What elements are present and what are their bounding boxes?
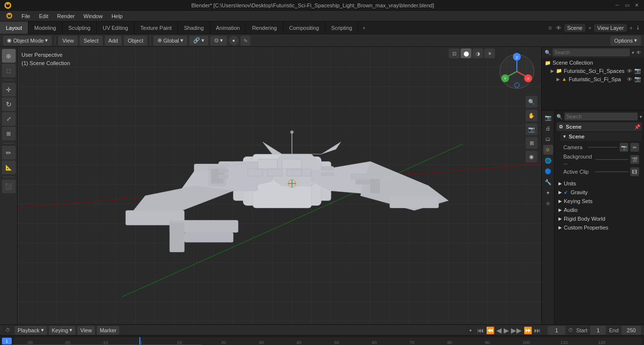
viewlayer-name[interactable]: View Layer — [594, 24, 626, 32]
keying-sets-section[interactable]: ▶ Keying Sets — [556, 197, 642, 206]
mode-select[interactable]: ◉ Object Mode ▾ — [3, 36, 52, 46]
timeline-playhead[interactable] — [139, 337, 140, 345]
step-forward-button[interactable]: ▶▶ — [511, 326, 522, 334]
menu-help[interactable]: Help — [108, 12, 127, 20]
outliner-scene-collection[interactable]: 📁 Scene Collection — [542, 59, 644, 67]
transform-select[interactable]: ⊕ Global ▾ — [154, 36, 187, 46]
move-tool-button[interactable]: ✛ — [2, 83, 16, 96]
active-clip-value[interactable] — [595, 171, 629, 172]
zoom-icon[interactable]: 🔍 — [526, 96, 537, 108]
camera-icon[interactable]: 📷 — [526, 123, 537, 135]
scene-name[interactable]: Scene — [564, 24, 585, 32]
outliner-eye-icon[interactable]: 👁 — [636, 50, 641, 55]
timeline-icon[interactable]: ⏱ — [3, 325, 13, 335]
tab-animation[interactable]: Animation — [210, 22, 246, 34]
tab-rendering[interactable]: Rendering — [246, 22, 283, 34]
camera-edit-icon[interactable]: ✏ — [630, 143, 639, 152]
prev-keyframe-button[interactable]: ⏪ — [486, 326, 494, 334]
scale-tool-button[interactable]: ⤢ — [2, 112, 16, 126]
add-workspace-button[interactable]: + — [358, 22, 369, 34]
properties-filter-chevron[interactable]: ▾ — [640, 114, 642, 119]
tab-layout[interactable]: Layout — [0, 22, 28, 34]
camera-picker-icon[interactable]: 📷 — [620, 143, 628, 152]
timeline-track[interactable]: 1 -30 -20 -10 0 10 20 30 40 50 60 70 80 … — [0, 336, 644, 345]
render-visibility-1[interactable]: 📷 — [634, 68, 641, 74]
gravity-section[interactable]: ▶ ✔ Gravity — [556, 188, 642, 197]
tab-shading[interactable]: Shading — [178, 22, 210, 34]
modifier-properties-icon[interactable]: 🔧 — [543, 177, 553, 187]
proportional-edit[interactable]: ⊙ ▾ — [210, 36, 227, 46]
render-properties-icon[interactable]: 📷 — [543, 113, 553, 122]
particle-properties-icon[interactable]: ✦ — [543, 188, 553, 198]
tab-compositing[interactable]: Compositing — [283, 22, 325, 34]
tab-texture-paint[interactable]: Texture Paint — [134, 22, 178, 34]
audio-section[interactable]: ▶ Audio — [556, 206, 642, 214]
playback-btn[interactable]: Playback ▾ — [15, 326, 47, 335]
scene-sub-header[interactable]: ▼ Scene — [560, 132, 642, 141]
shading-solid[interactable]: ⬤ — [461, 48, 471, 58]
tab-uv-editing[interactable]: UV Editing — [97, 22, 134, 34]
background-picker-icon[interactable]: 🎬 — [630, 155, 639, 164]
shading-material[interactable]: ◑ — [472, 48, 483, 58]
annotate-button[interactable]: ✏ — [2, 146, 16, 160]
keyframe-dot[interactable]: ● — [229, 36, 239, 46]
scene-section-header[interactable]: ⛭ Scene 📌 — [556, 122, 642, 131]
active-clip-icon[interactable]: 🎞 — [630, 167, 639, 176]
navigation-gizmo[interactable]: Z X Y — [497, 52, 536, 91]
object-menu[interactable]: Object — [124, 36, 147, 46]
gravity-checkbox[interactable]: ✔ — [564, 190, 568, 195]
next-keyframe-button[interactable]: ⏩ — [524, 326, 532, 334]
marker-btn[interactable]: Marker — [97, 326, 119, 335]
minimize-button[interactable]: ─ — [614, 2, 621, 9]
properties-search-input[interactable] — [564, 113, 638, 120]
orthographic-icon[interactable]: ⊞ — [526, 137, 537, 149]
current-frame-input[interactable] — [548, 326, 565, 335]
shading-rendered[interactable]: ☀ — [484, 48, 495, 58]
menu-edit[interactable]: Edit — [35, 12, 52, 20]
rotate-tool-button[interactable]: ↻ — [2, 97, 16, 111]
outliner-spaceship-collection[interactable]: ▶ 📁 Futuristic_Sci_Fi_Spaces 👁 📷 — [542, 67, 644, 75]
shading-wire[interactable]: ⊡ — [449, 48, 460, 58]
outliner-spaceship-mesh[interactable]: ▶ ▲ Futuristic_Sci_Fi_Spa 👁 📷 — [542, 75, 644, 83]
view-btn[interactable]: View — [77, 326, 95, 335]
menu-blender[interactable] — [2, 11, 17, 21]
outliner-filter-icon[interactable]: ▾ — [632, 50, 634, 55]
select-box-button[interactable]: ⬚ — [2, 64, 16, 77]
end-frame-input[interactable] — [622, 326, 641, 335]
physics-properties-icon[interactable]: ⚛ — [543, 199, 553, 208]
render-mode-icon[interactable]: ◉ — [526, 151, 537, 162]
tab-scripting[interactable]: Scripting — [325, 22, 358, 34]
rigid-body-world-section[interactable]: ▶ Rigid Body World — [556, 214, 642, 223]
jump-end-button[interactable]: ⏭ — [534, 326, 541, 334]
frame-ruler[interactable]: -30 -20 -10 0 10 20 30 40 50 60 70 80 90… — [14, 337, 642, 345]
tab-modeling[interactable]: Modeling — [28, 22, 63, 34]
view-layer-properties-icon[interactable]: 🗂 — [543, 134, 553, 144]
visibility-icon-2[interactable]: 👁 — [627, 76, 632, 82]
start-frame-input[interactable] — [590, 326, 606, 335]
cursor-tool-button[interactable]: ⊕ — [2, 49, 16, 63]
units-section[interactable]: ▶ Units — [556, 179, 642, 188]
step-back-button[interactable]: ◀ — [496, 326, 502, 334]
custom-properties-section[interactable]: ▶ Custom Properties — [556, 223, 642, 232]
maximize-button[interactable]: ▭ — [623, 2, 630, 9]
output-properties-icon[interactable]: 🖨 — [543, 123, 553, 133]
snap-select[interactable]: 🔗 ▾ — [189, 36, 208, 46]
menu-window[interactable]: Window — [80, 12, 107, 20]
keying-btn[interactable]: Keying ▾ — [49, 326, 76, 335]
select-menu[interactable]: Select — [80, 36, 103, 46]
tab-sculpting[interactable]: Sculpting — [63, 22, 97, 34]
add-cube-button[interactable]: ⬛ — [2, 180, 16, 193]
world-properties-icon[interactable]: 🌐 — [543, 156, 553, 165]
render-visibility-2[interactable]: 📷 — [634, 76, 641, 82]
add-menu[interactable]: Add — [105, 36, 122, 46]
visibility-icon-1[interactable]: 👁 — [627, 68, 632, 74]
record-button[interactable]: ● — [466, 325, 475, 335]
scene-properties-icon[interactable]: ⛭ — [543, 145, 553, 155]
measure-button[interactable]: 📐 — [2, 161, 16, 174]
view-menu[interactable]: View — [58, 36, 78, 46]
play-button[interactable]: ▶ — [504, 326, 509, 334]
background-value[interactable] — [595, 159, 629, 160]
menu-file[interactable]: File — [18, 12, 34, 20]
wave-icon[interactable]: ∿ — [241, 36, 250, 46]
pan-icon[interactable]: ✋ — [526, 110, 537, 121]
